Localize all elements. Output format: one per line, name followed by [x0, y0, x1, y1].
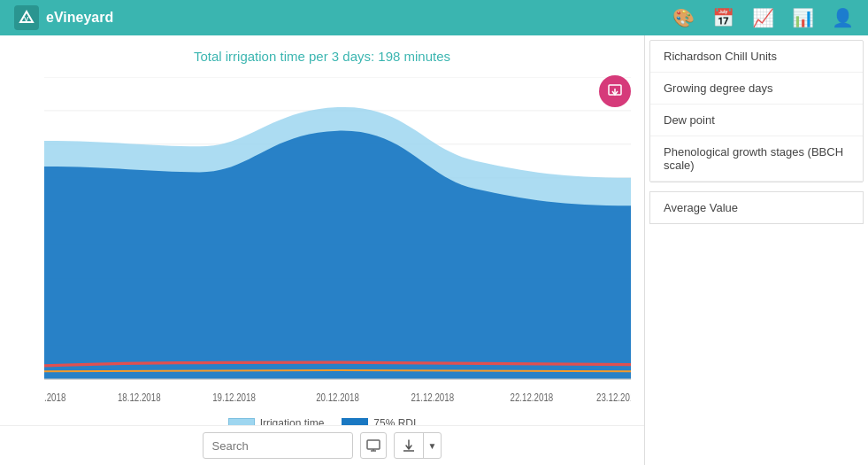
svg-text:17.12.2018: 17.12.2018	[44, 391, 65, 403]
download-icon	[395, 433, 424, 458]
app-name: eVineyard	[46, 10, 113, 26]
chart-container: 0 10 20 30 40 50 60 70 80 90	[9, 73, 635, 413]
sidebar-item-richardson[interactable]: Richardson Chill Units	[650, 41, 863, 73]
sidebar: Richardson Chill Units Growing degree da…	[644, 35, 868, 465]
svg-text:21.12.2018: 21.12.2018	[411, 391, 454, 403]
app-logo: V eVineyard	[14, 5, 113, 30]
sidebar-section: Richardson Chill Units Growing degree da…	[649, 40, 864, 182]
svg-text:18.12.2018: 18.12.2018	[118, 391, 161, 403]
download-caret: ▼	[424, 433, 442, 458]
svg-text:V: V	[24, 15, 29, 23]
svg-text:19.12.2018: 19.12.2018	[212, 391, 256, 403]
chart-line-icon[interactable]: 📈	[752, 7, 774, 28]
sidebar-item-dew-point[interactable]: Dew point	[650, 105, 863, 136]
bar-chart-icon[interactable]: 📊	[792, 7, 814, 28]
sidebar-item-growing-degree[interactable]: Growing degree days	[650, 73, 863, 105]
header: V eVineyard 🎨 📅 📈 📊 👤	[0, 0, 868, 35]
header-nav: 🎨 📅 📈 📊 👤	[672, 7, 854, 28]
calendar-icon[interactable]: 📅	[712, 7, 734, 28]
palette-icon[interactable]: 🎨	[672, 7, 695, 28]
svg-text:23.12.2018: 23.12.2018	[596, 391, 631, 403]
export-button[interactable]	[599, 75, 631, 107]
chart-area: Total irrigation time per 3 days: 198 mi…	[0, 35, 644, 465]
chart-svg: 0 10 20 30 40 50 60 70 80 90	[44, 77, 631, 413]
logo-icon: V	[14, 5, 39, 30]
screen-icon-button[interactable]	[360, 432, 387, 459]
main-content: Total irrigation time per 3 days: 198 mi…	[0, 35, 868, 465]
chart-title: Total irrigation time per 3 days: 198 mi…	[9, 49, 635, 64]
user-icon[interactable]: 👤	[832, 7, 854, 28]
search-input[interactable]	[203, 432, 353, 459]
bottom-bar: ▼	[0, 425, 644, 465]
svg-text:20.12.2018: 20.12.2018	[316, 391, 359, 403]
sidebar-item-phenological[interactable]: Phenological growth stages (BBCH scale)	[650, 136, 863, 182]
download-button-split[interactable]: ▼	[394, 432, 442, 459]
svg-rect-32	[367, 440, 380, 449]
sidebar-item-average-value[interactable]: Average Value	[649, 191, 864, 224]
svg-text:22.12.2018: 22.12.2018	[511, 391, 554, 403]
